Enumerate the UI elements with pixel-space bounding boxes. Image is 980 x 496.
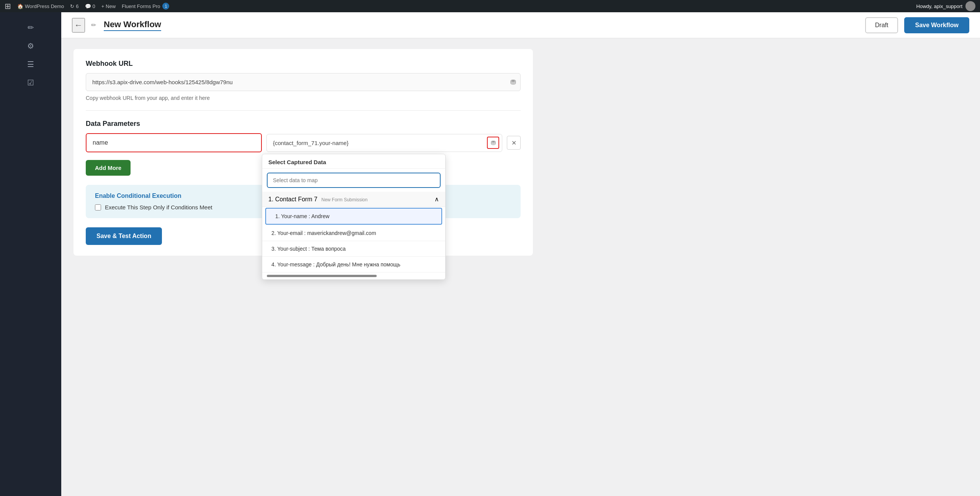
webhook-db-icon[interactable]: ⛃: [510, 78, 516, 86]
webhook-input-wrapper: ⛃: [86, 73, 521, 91]
list-icon: ☰: [27, 60, 34, 69]
page-layout: ✏ ⚙ ☰ ☑ ← ✏ New Workflow Draft Save Work…: [0, 12, 980, 496]
sidebar-item-list[interactable]: ☰: [23, 57, 38, 72]
params-row: ⛃ ✕ Select Captured Data: [86, 133, 521, 152]
plugin-badge: 1: [162, 3, 169, 10]
back-button[interactable]: ←: [72, 18, 85, 33]
param-value-input[interactable]: [266, 134, 502, 152]
sidebar-item-edit[interactable]: ✏: [23, 20, 38, 35]
param-value-wrapper: ⛃: [266, 134, 502, 152]
admin-site-name[interactable]: 🏠 WordPress Demo: [17, 3, 64, 9]
sidebar-item-checkbox[interactable]: ☑: [23, 75, 38, 90]
admin-updates[interactable]: ↻ 6: [70, 3, 78, 9]
edit-pencil-icon: ✏: [91, 21, 96, 29]
save-test-button[interactable]: Save & Test Action: [86, 227, 162, 245]
edit-icon: ✏: [28, 23, 34, 32]
main-content: ← ✏ New Workflow Draft Save Workflow Web…: [61, 12, 980, 496]
admin-comments[interactable]: 💬 0: [85, 3, 95, 9]
close-icon: ✕: [511, 139, 516, 147]
dropdown-scrollbar[interactable]: [267, 275, 377, 277]
sidebar: ✏ ⚙ ☰ ☑: [0, 12, 61, 496]
param-db-button[interactable]: ⛃: [487, 137, 499, 149]
dropdown-group-title: 1. Contact Form 7 New Form Submission: [268, 196, 368, 203]
webhook-url-input[interactable]: [86, 73, 521, 91]
dropdown-item[interactable]: 2. Your-email : maverickandrew@gmail.com: [262, 225, 445, 241]
save-workflow-button[interactable]: Save Workflow: [904, 17, 969, 33]
comments-icon: 💬: [85, 3, 91, 9]
content-area: Webhook URL ⛃ Copy webhook URL from your…: [61, 38, 980, 496]
avatar: [965, 1, 975, 11]
admin-plugin[interactable]: Fluent Forms Pro 1: [122, 3, 169, 10]
admin-howdy[interactable]: Howdy, apix_support: [916, 1, 975, 11]
admin-bar: ⊞ 🏠 WordPress Demo ↻ 6 💬 0 + New Fluent …: [0, 0, 980, 12]
updates-icon: ↻: [70, 3, 74, 9]
db-icon: ⛃: [491, 139, 496, 147]
home-icon: 🏠: [17, 3, 23, 9]
data-parameters-section: Data Parameters ⛃ ✕: [86, 120, 521, 176]
dropdown-group-header: 1. Contact Form 7 New Form Submission ∧: [262, 192, 445, 207]
divider: [86, 110, 521, 111]
workflow-title: New Workflow: [104, 20, 161, 31]
sidebar-item-settings[interactable]: ⚙: [23, 38, 38, 54]
dropdown-header: Select Captured Data: [262, 154, 445, 169]
draft-button[interactable]: Draft: [865, 17, 898, 33]
webhook-hint: Copy webhook URL from your app, and ente…: [86, 95, 521, 101]
checkbox-icon: ☑: [27, 78, 34, 87]
conditional-label: Execute This Step Only if Conditions Mee…: [105, 204, 212, 210]
top-bar: ← ✏ New Workflow Draft Save Workflow: [61, 12, 980, 38]
settings-icon: ⚙: [27, 41, 34, 51]
data-parameters-title: Data Parameters: [86, 120, 521, 128]
dropdown-search-input[interactable]: [267, 173, 441, 188]
wp-logo-icon[interactable]: ⊞: [5, 2, 11, 11]
dropdown-item[interactable]: 1. Your-name : Andrew: [265, 208, 442, 225]
chevron-up-icon[interactable]: ∧: [434, 196, 439, 203]
dropdown-item[interactable]: 4. Your-message : Добрый день! Мне нужна…: [262, 257, 445, 272]
webhook-section-title: Webhook URL: [86, 60, 521, 68]
param-key-input[interactable]: [86, 133, 262, 152]
admin-new[interactable]: + New: [101, 3, 116, 9]
dropdown-item[interactable]: 3. Your-subject : Тема вопроса: [262, 241, 445, 257]
add-more-button[interactable]: Add More: [86, 160, 131, 176]
param-close-button[interactable]: ✕: [507, 136, 521, 150]
conditional-checkbox[interactable]: [95, 204, 101, 210]
captured-data-dropdown: Select Captured Data 1. Contact Form 7 N…: [262, 154, 446, 280]
main-card: Webhook URL ⛃ Copy webhook URL from your…: [74, 49, 533, 256]
